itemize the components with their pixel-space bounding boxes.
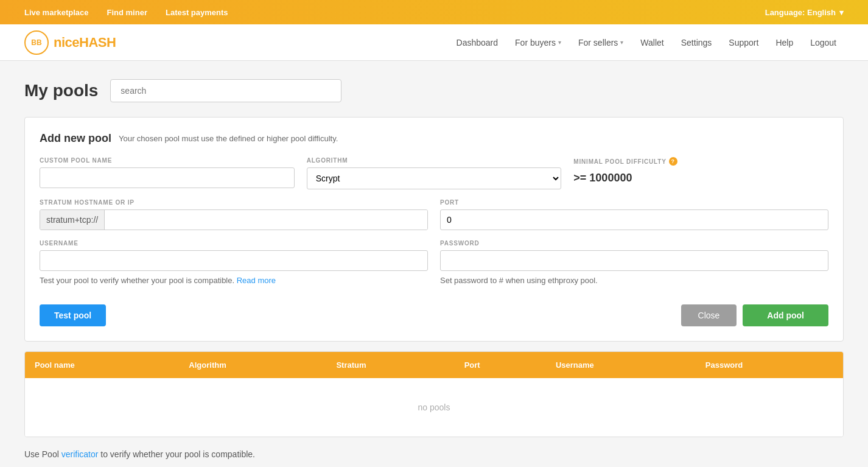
- top-bar-links: Live marketplace Find miner Latest payme…: [24, 8, 228, 17]
- form-row-3: USERNAME PASSWORD: [40, 240, 828, 271]
- buttons-right: Close Add pool: [681, 304, 828, 326]
- buttons-row: Test pool Close Add pool: [40, 304, 828, 326]
- nav-help[interactable]: Help: [768, 33, 800, 52]
- min-difficulty-label-row: MINIMAL POOL DIFFICULTY ?: [573, 157, 828, 166]
- add-pool-card: Add new pool Your chosen pool must use t…: [24, 117, 844, 342]
- stratum-input-wrapper: stratum+tcp://: [40, 209, 428, 230]
- min-difficulty-value: >= 1000000: [573, 172, 828, 184]
- nav-logout[interactable]: Logout: [803, 33, 844, 52]
- col-algorithm: Algorithm: [179, 352, 326, 378]
- no-pools-row: no pools: [25, 378, 843, 437]
- logo-icon: BB: [24, 30, 49, 55]
- main-nav: Dashboard For buyers ▾ For sellers ▾ Wal…: [449, 33, 844, 52]
- nav-settings[interactable]: Settings: [674, 33, 719, 52]
- username-label: USERNAME: [40, 240, 428, 247]
- nav-support[interactable]: Support: [721, 33, 766, 52]
- chevron-down-icon: ▾: [620, 39, 623, 46]
- table-body: no pools: [25, 378, 843, 437]
- read-more-link[interactable]: Read more: [237, 276, 276, 285]
- port-label: PORT: [440, 199, 828, 206]
- form-row-1: CUSTOM POOL NAME ALGORITHM Scrypt SHA-25…: [40, 157, 828, 189]
- test-info: Test your pool to verify whether your po…: [40, 276, 428, 285]
- ethproxy-note: Set password to # when using ethproxy po…: [440, 276, 828, 295]
- help-icon[interactable]: ?: [669, 157, 677, 166]
- search-input[interactable]: [110, 79, 341, 102]
- pool-table-container: Pool name Algorithm Stratum Port Usernam…: [24, 351, 844, 437]
- nav-wallet[interactable]: Wallet: [633, 33, 671, 52]
- add-pool-subtitle: Your chosen pool must use the defined or…: [119, 134, 338, 143]
- nav-dashboard[interactable]: Dashboard: [449, 33, 506, 52]
- language-selector[interactable]: Language: English ▾: [765, 8, 844, 17]
- port-group: PORT 0: [440, 199, 828, 230]
- algorithm-select[interactable]: Scrypt SHA-256 X11 Ethash Equihash: [307, 167, 562, 189]
- top-bar: Live marketplace Find miner Latest payme…: [0, 0, 868, 24]
- verificator-link[interactable]: verificator: [61, 449, 99, 459]
- live-marketplace-link[interactable]: Live marketplace: [24, 8, 89, 17]
- min-difficulty-label: MINIMAL POOL DIFFICULTY: [573, 158, 666, 165]
- logo-gray: nice: [54, 35, 79, 50]
- main-content: My pools Add new pool Your chosen pool m…: [0, 61, 868, 467]
- logo-initials: BB: [31, 38, 41, 47]
- test-pool-button[interactable]: Test pool: [40, 304, 106, 326]
- stratum-group: STRATUM HOSTNAME OR IP stratum+tcp://: [40, 199, 428, 230]
- col-username: Username: [546, 352, 696, 378]
- add-pool-button[interactable]: Add pool: [743, 304, 828, 326]
- form-row-2: STRATUM HOSTNAME OR IP stratum+tcp:// PO…: [40, 199, 828, 230]
- custom-pool-name-group: CUSTOM POOL NAME: [40, 157, 295, 188]
- footer-note: Use Pool verificator to verify whether y…: [24, 449, 844, 459]
- stratum-hostname-input[interactable]: [105, 210, 427, 230]
- language-chevron-icon: ▾: [839, 8, 844, 17]
- nav-for-buyers[interactable]: For buyers ▾: [508, 33, 569, 52]
- header: BB niceHASH Dashboard For buyers ▾ For s…: [0, 24, 868, 61]
- info-row: Test your pool to verify whether your po…: [40, 276, 828, 295]
- pool-table: Pool name Algorithm Stratum Port Usernam…: [25, 352, 843, 437]
- custom-pool-name-label: CUSTOM POOL NAME: [40, 157, 295, 164]
- password-group: PASSWORD: [440, 240, 828, 271]
- col-port: Port: [455, 352, 546, 378]
- table-header: Pool name Algorithm Stratum Port Usernam…: [25, 352, 843, 378]
- username-group: USERNAME: [40, 240, 428, 271]
- language-label: Language: English: [765, 8, 836, 17]
- algorithm-group: ALGORITHM Scrypt SHA-256 X11 Ethash Equi…: [307, 157, 562, 189]
- find-miner-link[interactable]: Find miner: [107, 8, 147, 17]
- logo-text: niceHASH: [54, 35, 116, 51]
- stratum-prefix: stratum+tcp://: [40, 210, 105, 230]
- col-pool-name: Pool name: [25, 352, 179, 378]
- col-password: Password: [696, 352, 843, 378]
- min-difficulty-group: MINIMAL POOL DIFFICULTY ? >= 1000000: [573, 157, 828, 184]
- latest-payments-link[interactable]: Latest payments: [166, 8, 228, 17]
- close-button[interactable]: Close: [681, 304, 737, 326]
- card-header: Add new pool Your chosen pool must use t…: [40, 132, 828, 145]
- add-pool-title: Add new pool: [40, 132, 111, 145]
- page-title: My pools: [24, 81, 98, 100]
- username-input[interactable]: [40, 250, 428, 271]
- nav-for-sellers[interactable]: For sellers ▾: [571, 33, 631, 52]
- chevron-down-icon: ▾: [558, 39, 561, 46]
- stratum-label: STRATUM HOSTNAME OR IP: [40, 199, 428, 206]
- buttons-left: Test pool: [40, 304, 106, 326]
- custom-pool-name-input[interactable]: [40, 167, 295, 188]
- table-header-row: Pool name Algorithm Stratum Port Usernam…: [25, 352, 843, 378]
- logo[interactable]: BB niceHASH: [24, 30, 116, 55]
- port-input[interactable]: 0: [440, 209, 828, 230]
- password-label: PASSWORD: [440, 240, 828, 247]
- algorithm-label: ALGORITHM: [307, 157, 562, 164]
- logo-orange: HASH: [79, 35, 116, 50]
- col-stratum: Stratum: [326, 352, 454, 378]
- page-header: My pools: [24, 79, 844, 102]
- password-input[interactable]: [440, 250, 828, 271]
- no-pools-message: no pools: [25, 378, 843, 437]
